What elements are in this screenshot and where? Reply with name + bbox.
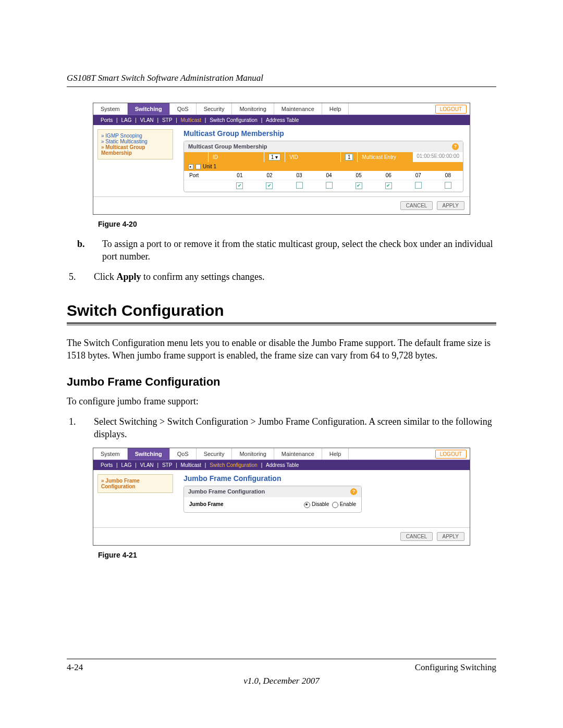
- figure-caption-2: Figure 4-21: [98, 551, 465, 559]
- figure-4-21: System Switching QoS Security Monitoring…: [93, 448, 470, 546]
- figure-caption-1: Figure 4-20: [98, 220, 465, 228]
- mc-entry-label: Multicast Entry: [358, 152, 413, 162]
- id-label: ID: [209, 152, 264, 162]
- logout-button[interactable]: LOGOUT: [435, 105, 467, 114]
- apply-button[interactable]: APPLY: [437, 201, 465, 210]
- vid-label: VID: [285, 152, 341, 162]
- subnav2-stp[interactable]: STP: [160, 462, 174, 468]
- panel-title-2: Jumbo Frame Configuration: [188, 488, 265, 495]
- cancel-button[interactable]: CANCEL: [400, 201, 433, 210]
- sidebar-jumbo-frame[interactable]: » Jumbo Frame Configuration: [101, 478, 169, 489]
- port-07-checkbox[interactable]: [415, 182, 422, 189]
- subnav-address-table[interactable]: Address Table: [264, 117, 301, 123]
- panel-title: Multicast Group Membership: [188, 143, 267, 150]
- tab-security[interactable]: Security: [197, 103, 232, 115]
- radio-disable[interactable]: [304, 502, 310, 508]
- sidebar: » IGMP Snooping » Static Multicasting » …: [93, 125, 177, 196]
- tab-maintenance-2[interactable]: Maintenance: [274, 448, 322, 460]
- help-icon-2[interactable]: ?: [350, 488, 357, 495]
- subnav-switch-config[interactable]: Switch Configuration: [207, 117, 260, 123]
- tab-maintenance[interactable]: Maintenance: [274, 103, 322, 115]
- subnav-stp[interactable]: STP: [160, 117, 174, 123]
- step-b-marker: b.: [67, 238, 102, 263]
- subnav2-lag[interactable]: LAG: [119, 462, 134, 468]
- jumbo-frame-label: Jumbo Frame: [189, 501, 304, 508]
- page-footer: 4-24Configuring Switching v1.0, December…: [67, 659, 496, 686]
- subnav2-vlan[interactable]: VLAN: [138, 462, 156, 468]
- tab-help-2[interactable]: Help: [322, 448, 349, 460]
- tab-system-2[interactable]: System: [93, 448, 128, 460]
- port-08-checkbox[interactable]: [445, 182, 451, 189]
- vid-input[interactable]: 1: [345, 154, 353, 161]
- sidebar-igmp[interactable]: » IGMP Snooping: [101, 133, 169, 139]
- subnav-lag[interactable]: LAG: [119, 117, 134, 123]
- subsection-intro: To configure jumbo frame support:: [67, 395, 496, 408]
- subnav-ports[interactable]: Ports: [99, 117, 115, 123]
- step-b-text: To assign a port to or remove it from th…: [102, 238, 496, 263]
- step-1-marker: 1.: [67, 415, 94, 441]
- tab-qos-2[interactable]: QoS: [170, 448, 197, 460]
- step-5-marker: 5.: [67, 270, 94, 283]
- radio-enable[interactable]: [332, 502, 338, 508]
- section-heading: Switch Configuration: [67, 302, 496, 319]
- help-icon[interactable]: ?: [452, 143, 459, 150]
- id-select[interactable]: 1 ▾: [268, 154, 280, 161]
- port-02-checkbox[interactable]: ✔: [266, 182, 273, 189]
- apply-button-2[interactable]: APPLY: [437, 532, 465, 541]
- port-05-checkbox[interactable]: ✔: [356, 182, 362, 189]
- logout-button-2[interactable]: LOGOUT: [435, 450, 467, 459]
- tab-monitoring[interactable]: Monitoring: [232, 103, 274, 115]
- subnav2-switch-config[interactable]: Switch Configuration: [207, 462, 260, 468]
- tab-switching[interactable]: Switching: [128, 103, 170, 115]
- top-nav: System Switching QoS Security Monitoring…: [93, 103, 470, 115]
- section-intro: The Switch Configuration menu lets you t…: [67, 337, 496, 362]
- sidebar-mc-group[interactable]: » Multicast Group Membership: [101, 144, 169, 156]
- port-03-checkbox[interactable]: [296, 182, 303, 189]
- port-row-label: Port: [184, 171, 225, 180]
- running-header: GS108T Smart Switch Software Administrat…: [67, 73, 496, 87]
- sub-nav: Ports | LAG | VLAN | STP | Multicast | S…: [93, 115, 470, 125]
- cancel-button-2[interactable]: CANCEL: [400, 532, 433, 541]
- panel-heading-2: Jumbo Frame Configuration: [183, 474, 463, 483]
- sidebar-static-mc[interactable]: » Static Multicasting: [101, 139, 169, 144]
- port-06-checkbox[interactable]: ✔: [385, 182, 392, 189]
- step-5-text: Click Apply to confirm any settings chan…: [94, 270, 264, 283]
- figure-4-20: System Switching QoS Security Monitoring…: [93, 103, 470, 215]
- panel-heading: Multicast Group Membership: [183, 129, 463, 138]
- tab-system[interactable]: System: [93, 103, 128, 115]
- step-1-text: Select Switching > Switch Configuration …: [94, 415, 496, 441]
- subnav2-multicast[interactable]: Multicast: [179, 462, 203, 468]
- unit-expander[interactable]: ▸Unit 1: [184, 162, 463, 171]
- tab-switching-2[interactable]: Switching: [128, 448, 170, 460]
- tab-monitoring-2[interactable]: Monitoring: [232, 448, 274, 460]
- subnav2-ports[interactable]: Ports: [99, 462, 115, 468]
- tab-security-2[interactable]: Security: [197, 448, 232, 460]
- tab-qos[interactable]: QoS: [170, 103, 197, 115]
- tab-help[interactable]: Help: [322, 103, 349, 115]
- subnav-multicast[interactable]: Multicast: [179, 117, 203, 123]
- subnav2-address-table[interactable]: Address Table: [264, 462, 301, 468]
- subsection-heading: Jumbo Frame Configuration: [67, 375, 496, 389]
- port-04-checkbox[interactable]: [326, 182, 333, 189]
- subnav-vlan[interactable]: VLAN: [138, 117, 156, 123]
- port-01-checkbox[interactable]: ✔: [236, 182, 243, 189]
- mc-entry-value: 01:00:5E:00:00:00: [413, 152, 463, 162]
